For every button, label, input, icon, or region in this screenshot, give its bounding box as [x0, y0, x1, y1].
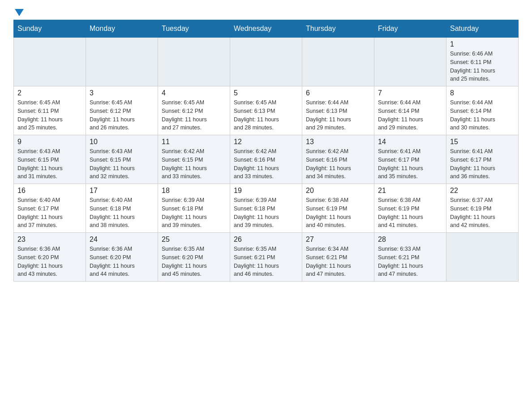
day-number: 16: [17, 187, 82, 195]
day-info: Sunrise: 6:41 AM Sunset: 6:17 PM Dayligh…: [378, 147, 442, 181]
day-info: Sunrise: 6:44 AM Sunset: 6:14 PM Dayligh…: [378, 98, 442, 132]
day-info: Sunrise: 6:44 AM Sunset: 6:13 PM Dayligh…: [306, 98, 370, 132]
day-info: Sunrise: 6:45 AM Sunset: 6:11 PM Dayligh…: [17, 98, 82, 132]
day-info: Sunrise: 6:38 AM Sunset: 6:19 PM Dayligh…: [378, 196, 442, 230]
day-info: Sunrise: 6:38 AM Sunset: 6:19 PM Dayligh…: [306, 196, 370, 230]
calendar-cell: 15Sunrise: 6:41 AM Sunset: 6:17 PM Dayli…: [446, 135, 519, 184]
day-number: 25: [162, 235, 226, 244]
day-number: 18: [162, 187, 226, 195]
calendar-cell: [86, 38, 158, 86]
calendar-cell: 8Sunrise: 6:44 AM Sunset: 6:14 PM Daylig…: [446, 86, 519, 135]
logo: [13, 9, 24, 15]
day-number: 21: [378, 187, 442, 195]
weekday-header-thursday: Thursday: [302, 20, 374, 38]
calendar-cell: 16Sunrise: 6:40 AM Sunset: 6:17 PM Dayli…: [14, 184, 86, 233]
day-number: 8: [450, 89, 515, 97]
day-number: 14: [378, 138, 442, 146]
calendar-cell: 13Sunrise: 6:42 AM Sunset: 6:16 PM Dayli…: [302, 135, 374, 184]
calendar-cell: [158, 38, 230, 86]
day-number: 3: [90, 89, 154, 97]
day-info: Sunrise: 6:39 AM Sunset: 6:18 PM Dayligh…: [162, 196, 226, 230]
calendar-cell: 23Sunrise: 6:36 AM Sunset: 6:20 PM Dayli…: [14, 233, 86, 282]
calendar-cell: 14Sunrise: 6:41 AM Sunset: 6:17 PM Dayli…: [374, 135, 446, 184]
day-info: Sunrise: 6:39 AM Sunset: 6:18 PM Dayligh…: [234, 196, 298, 230]
calendar-cell: [230, 38, 302, 86]
calendar-header-row: SundayMondayTuesdayWednesdayThursdayFrid…: [14, 20, 519, 38]
day-number: 15: [450, 138, 515, 146]
day-info: Sunrise: 6:36 AM Sunset: 6:20 PM Dayligh…: [17, 245, 82, 278]
weekday-header-saturday: Saturday: [446, 20, 519, 38]
calendar-cell: 11Sunrise: 6:42 AM Sunset: 6:15 PM Dayli…: [158, 135, 230, 184]
day-info: Sunrise: 6:35 AM Sunset: 6:21 PM Dayligh…: [234, 245, 298, 278]
calendar-cell: 18Sunrise: 6:39 AM Sunset: 6:18 PM Dayli…: [158, 184, 230, 233]
weekday-header-monday: Monday: [86, 20, 158, 38]
calendar-table: SundayMondayTuesdayWednesdayThursdayFrid…: [13, 20, 519, 282]
calendar-cell: 1Sunrise: 6:46 AM Sunset: 6:11 PM Daylig…: [446, 38, 519, 86]
calendar-cell: 7Sunrise: 6:44 AM Sunset: 6:14 PM Daylig…: [374, 86, 446, 135]
day-info: Sunrise: 6:42 AM Sunset: 6:15 PM Dayligh…: [162, 147, 226, 181]
day-info: Sunrise: 6:35 AM Sunset: 6:20 PM Dayligh…: [162, 245, 226, 278]
day-number: 24: [90, 235, 154, 244]
day-info: Sunrise: 6:40 AM Sunset: 6:18 PM Dayligh…: [90, 196, 154, 230]
calendar-week-row: 23Sunrise: 6:36 AM Sunset: 6:20 PM Dayli…: [14, 233, 519, 282]
calendar-cell: 5Sunrise: 6:45 AM Sunset: 6:13 PM Daylig…: [230, 86, 302, 135]
day-info: Sunrise: 6:45 AM Sunset: 6:13 PM Dayligh…: [234, 98, 298, 132]
calendar-cell: 22Sunrise: 6:37 AM Sunset: 6:19 PM Dayli…: [446, 184, 519, 233]
calendar-cell: 2Sunrise: 6:45 AM Sunset: 6:11 PM Daylig…: [14, 86, 86, 135]
day-number: 4: [162, 89, 226, 97]
day-number: 10: [90, 138, 154, 146]
day-number: 5: [234, 89, 298, 97]
day-number: 7: [378, 89, 442, 97]
day-number: 19: [234, 187, 298, 195]
day-info: Sunrise: 6:43 AM Sunset: 6:15 PM Dayligh…: [90, 147, 154, 181]
page-header: [13, 9, 519, 15]
day-number: 11: [162, 138, 226, 146]
day-info: Sunrise: 6:43 AM Sunset: 6:15 PM Dayligh…: [17, 147, 82, 181]
day-number: 9: [17, 138, 82, 146]
weekday-header-tuesday: Tuesday: [158, 20, 230, 38]
day-number: 23: [17, 235, 82, 244]
day-info: Sunrise: 6:46 AM Sunset: 6:11 PM Dayligh…: [450, 50, 515, 83]
calendar-week-row: 2Sunrise: 6:45 AM Sunset: 6:11 PM Daylig…: [14, 86, 519, 135]
weekday-header-friday: Friday: [374, 20, 446, 38]
calendar-cell: 20Sunrise: 6:38 AM Sunset: 6:19 PM Dayli…: [302, 184, 374, 233]
calendar-cell: 27Sunrise: 6:34 AM Sunset: 6:21 PM Dayli…: [302, 233, 374, 282]
calendar-cell: 24Sunrise: 6:36 AM Sunset: 6:20 PM Dayli…: [86, 233, 158, 282]
day-info: Sunrise: 6:36 AM Sunset: 6:20 PM Dayligh…: [90, 245, 154, 278]
calendar-cell: [14, 38, 86, 86]
day-number: 27: [306, 235, 370, 244]
calendar-cell: 10Sunrise: 6:43 AM Sunset: 6:15 PM Dayli…: [86, 135, 158, 184]
day-number: 20: [306, 187, 370, 195]
calendar-week-row: 1Sunrise: 6:46 AM Sunset: 6:11 PM Daylig…: [14, 38, 519, 86]
calendar-week-row: 16Sunrise: 6:40 AM Sunset: 6:17 PM Dayli…: [14, 184, 519, 233]
calendar-cell: 21Sunrise: 6:38 AM Sunset: 6:19 PM Dayli…: [374, 184, 446, 233]
calendar-cell: 4Sunrise: 6:45 AM Sunset: 6:12 PM Daylig…: [158, 86, 230, 135]
calendar-cell: 9Sunrise: 6:43 AM Sunset: 6:15 PM Daylig…: [14, 135, 86, 184]
logo-line1: [13, 9, 24, 15]
day-number: 28: [378, 235, 442, 244]
day-number: 12: [234, 138, 298, 146]
day-info: Sunrise: 6:42 AM Sunset: 6:16 PM Dayligh…: [234, 147, 298, 181]
calendar-cell: 25Sunrise: 6:35 AM Sunset: 6:20 PM Dayli…: [158, 233, 230, 282]
day-number: 6: [306, 89, 370, 97]
calendar-cell: 6Sunrise: 6:44 AM Sunset: 6:13 PM Daylig…: [302, 86, 374, 135]
day-info: Sunrise: 6:34 AM Sunset: 6:21 PM Dayligh…: [306, 245, 370, 278]
day-number: 2: [17, 89, 82, 97]
day-number: 13: [306, 138, 370, 146]
calendar-cell: [446, 233, 519, 282]
weekday-header-sunday: Sunday: [14, 20, 86, 38]
calendar-cell: 12Sunrise: 6:42 AM Sunset: 6:16 PM Dayli…: [230, 135, 302, 184]
calendar-cell: 28Sunrise: 6:33 AM Sunset: 6:21 PM Dayli…: [374, 233, 446, 282]
calendar-cell: 19Sunrise: 6:39 AM Sunset: 6:18 PM Dayli…: [230, 184, 302, 233]
day-number: 22: [450, 187, 515, 195]
weekday-header-wednesday: Wednesday: [230, 20, 302, 38]
day-info: Sunrise: 6:45 AM Sunset: 6:12 PM Dayligh…: [162, 98, 226, 132]
day-info: Sunrise: 6:45 AM Sunset: 6:12 PM Dayligh…: [90, 98, 154, 132]
day-number: 26: [234, 235, 298, 244]
day-info: Sunrise: 6:40 AM Sunset: 6:17 PM Dayligh…: [17, 196, 82, 230]
day-info: Sunrise: 6:41 AM Sunset: 6:17 PM Dayligh…: [450, 147, 515, 181]
day-info: Sunrise: 6:33 AM Sunset: 6:21 PM Dayligh…: [378, 245, 442, 278]
logo-triangle-icon: [15, 9, 24, 16]
day-number: 1: [450, 40, 515, 48]
day-info: Sunrise: 6:42 AM Sunset: 6:16 PM Dayligh…: [306, 147, 370, 181]
